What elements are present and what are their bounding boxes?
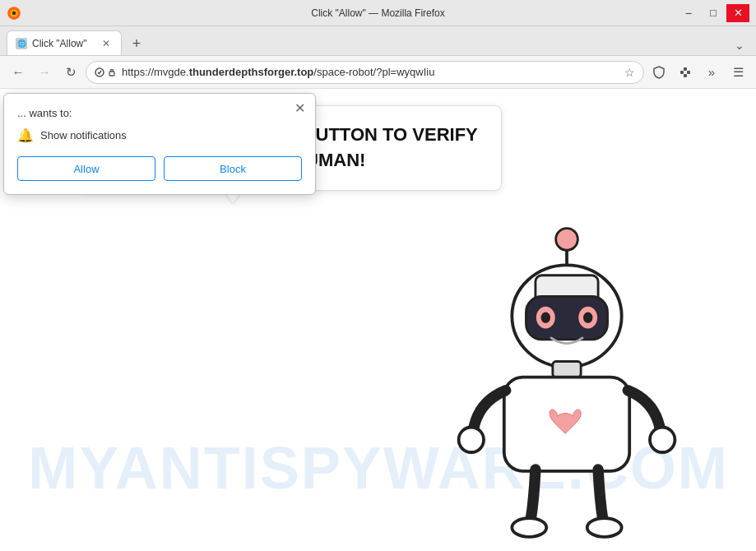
titlebar-title: Click "Allow" — Mozilla Firefox — [311, 7, 445, 19]
tab-title: Click "Allow" — [32, 38, 95, 49]
popup-permission-text: Show notifications — [40, 129, 127, 141]
tabbar-right: ⌄ — [730, 35, 749, 55]
svg-rect-8 — [684, 74, 687, 77]
tabbar: 🌐 Click "Allow" ✕ + ⌄ — [0, 26, 756, 56]
bell-icon: 🔔 — [17, 127, 34, 143]
new-tab-button[interactable]: + — [125, 32, 148, 55]
active-tab[interactable]: 🌐 Click "Allow" ✕ — [7, 30, 122, 55]
svg-point-16 — [541, 313, 550, 323]
bookmark-star-icon[interactable]: ☆ — [624, 66, 635, 79]
main-content: MYANTISPYWARE.COM PRESS THE "ALLOW" BUTT… — [0, 89, 756, 551]
svg-point-20 — [459, 428, 484, 452]
navbar-right: » ☰ — [647, 61, 749, 84]
url-text: https://mvgde.thunderdepthsforger.top/sp… — [122, 66, 619, 78]
robot-svg — [427, 222, 707, 551]
close-button[interactable]: ✕ — [726, 4, 749, 22]
url-bar[interactable]: https://mvgde.thunderdepthsforger.top/sp… — [86, 61, 644, 84]
navbar: ← → ↻ https://mvgde.thunderdepthsforger.… — [0, 56, 756, 89]
menu-button[interactable]: ☰ — [726, 61, 749, 84]
svg-rect-4 — [109, 72, 114, 76]
titlebar-controls: – □ ✕ — [677, 4, 749, 22]
svg-rect-6 — [684, 67, 687, 71]
popup-wants-to-text: ... wants to: — [17, 107, 302, 119]
reload-button[interactable]: ↻ — [59, 61, 82, 84]
tab-overflow-button[interactable]: ⌄ — [730, 35, 749, 55]
notification-popup: ✕ ... wants to: 🔔 Show notifications All… — [3, 93, 316, 195]
tab-close-button[interactable]: ✕ — [100, 37, 113, 50]
svg-point-22 — [512, 518, 546, 537]
extension-button[interactable] — [674, 61, 697, 84]
firefox-icon — [7, 6, 21, 21]
svg-rect-7 — [687, 71, 690, 74]
block-button[interactable]: Block — [164, 156, 302, 181]
popup-permission-row: 🔔 Show notifications — [17, 127, 302, 143]
popup-actions: Allow Block — [17, 156, 302, 181]
svg-point-21 — [650, 428, 675, 452]
popup-close-button[interactable]: ✕ — [290, 99, 308, 117]
titlebar-left — [7, 6, 21, 21]
overflow-button[interactable]: » — [700, 61, 723, 84]
allow-button[interactable]: Allow — [17, 156, 155, 181]
titlebar: Click "Allow" — Mozilla Firefox – □ ✕ — [0, 0, 756, 26]
svg-point-2 — [12, 11, 16, 15]
tab-favicon: 🌐 — [16, 38, 27, 49]
back-button[interactable]: ← — [7, 61, 30, 84]
forward-button[interactable]: → — [33, 61, 56, 84]
svg-point-17 — [583, 313, 592, 323]
robot-illustration — [427, 222, 707, 551]
shield-button[interactable] — [647, 61, 670, 84]
svg-point-10 — [556, 229, 578, 251]
maximize-button[interactable]: □ — [702, 4, 725, 22]
minimize-button[interactable]: – — [677, 4, 700, 22]
svg-rect-5 — [680, 71, 684, 74]
svg-rect-18 — [553, 362, 581, 377]
security-icon — [95, 67, 117, 77]
svg-point-23 — [587, 518, 622, 537]
